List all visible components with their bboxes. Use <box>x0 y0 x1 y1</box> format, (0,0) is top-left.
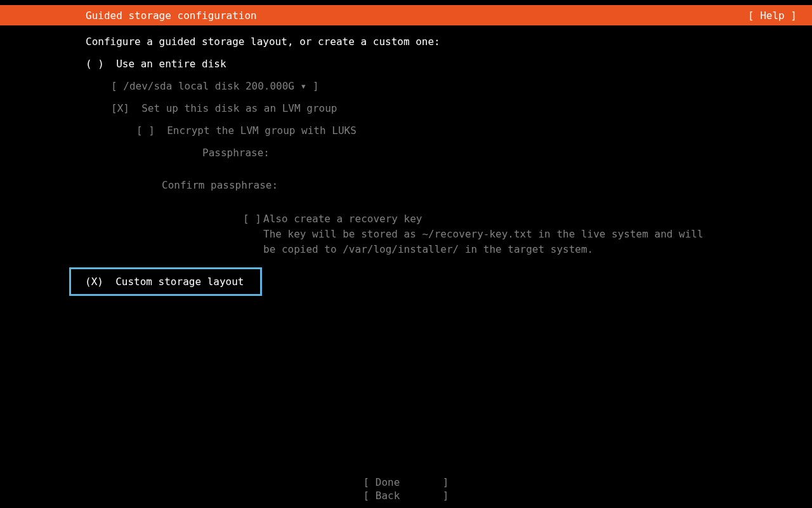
radio-marker: ( ) <box>86 58 104 70</box>
main-content: Configure a guided storage layout, or cr… <box>0 25 812 296</box>
checkbox-marker: [X] <box>111 102 129 114</box>
page-title: Guided storage configuration <box>86 10 257 22</box>
custom-layout-label: Custom storage layout <box>115 276 244 288</box>
use-entire-disk-option[interactable]: ( ) Use an entire disk <box>86 58 812 70</box>
recovery-key-option[interactable]: [ ] Also create a recovery key The key w… <box>86 211 812 257</box>
recovery-description: The key will be stored as ~/recovery-key… <box>263 227 717 257</box>
done-button[interactable]: [ Done ] <box>363 476 449 490</box>
checkbox-marker: [ ] <box>243 211 263 227</box>
back-button[interactable]: [ Back ] <box>363 490 449 503</box>
encrypt-label: Encrypt the LVM group with LUKS <box>167 124 357 137</box>
radio-marker: (X) <box>85 276 103 288</box>
header-bar: Guided storage configuration [ Help ] <box>0 5 812 25</box>
footer-buttons: [ Done ] [ Back ] <box>0 476 812 503</box>
passphrase-label: Passphrase: <box>86 147 812 159</box>
lvm-checkbox-option[interactable]: [X] Set up this disk as an LVM group <box>86 102 812 114</box>
encrypt-checkbox-option[interactable]: [ ] Encrypt the LVM group with LUKS <box>86 124 812 137</box>
help-button[interactable]: [ Help ] <box>748 10 797 22</box>
custom-storage-layout-option[interactable]: (X) Custom storage layout <box>69 267 262 296</box>
confirm-passphrase-label: Confirm passphrase: <box>86 179 812 191</box>
checkbox-marker: [ ] <box>136 124 155 137</box>
recovery-label: Also create a recovery key <box>263 211 717 227</box>
use-entire-disk-label: Use an entire disk <box>116 58 226 70</box>
lvm-label: Set up this disk as an LVM group <box>141 102 337 114</box>
instruction-text: Configure a guided storage layout, or cr… <box>86 36 812 48</box>
disk-selector-dropdown[interactable]: [ /dev/sda local disk 200.000G ▾ ] <box>86 80 812 92</box>
